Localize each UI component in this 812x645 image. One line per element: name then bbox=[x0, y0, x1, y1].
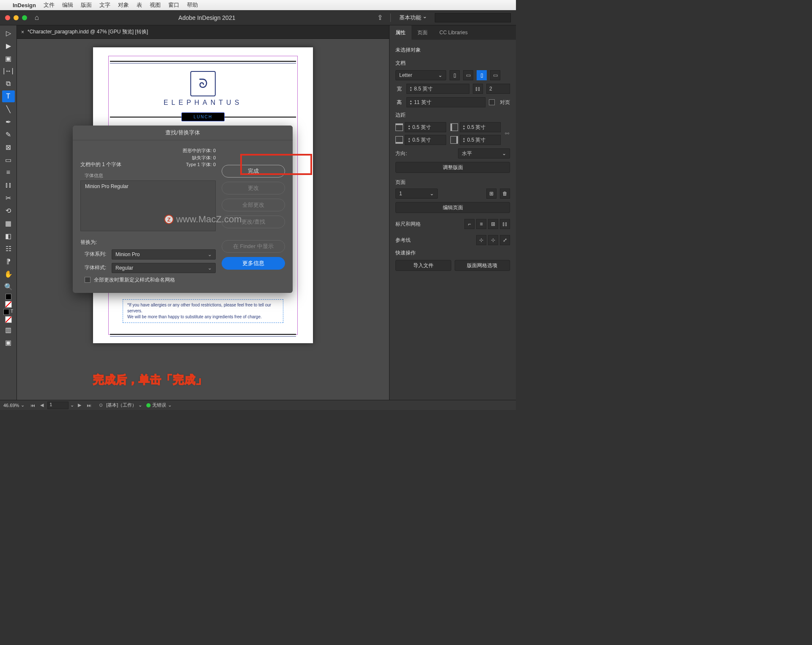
page-tool-icon[interactable]: ▣ bbox=[2, 52, 15, 64]
home-icon[interactable]: ⌂ bbox=[35, 14, 39, 22]
margin-right-input[interactable]: ▲▼0.5 英寸 bbox=[460, 135, 501, 145]
chevron-down-icon[interactable]: ⌄ bbox=[138, 402, 142, 408]
direct-selection-tool-icon[interactable]: ▶ bbox=[2, 40, 15, 52]
delete-page-icon[interactable]: 🗑 bbox=[500, 189, 510, 199]
change-button[interactable]: 更改 bbox=[222, 182, 285, 194]
menu-file[interactable]: 文件 bbox=[44, 1, 55, 9]
chevron-down-icon[interactable]: ⌄ bbox=[21, 402, 25, 408]
chevron-down-icon[interactable]: ⌄ bbox=[168, 402, 172, 408]
prev-page-icon[interactable]: ◀ bbox=[38, 402, 46, 409]
scissors-tool-icon[interactable]: ✂ bbox=[2, 192, 15, 204]
menu-edit[interactable]: 编辑 bbox=[62, 1, 73, 9]
apply-color-icon[interactable] bbox=[2, 316, 15, 323]
orientation-portrait-alt-icon[interactable]: ▯ bbox=[477, 70, 487, 80]
adjust-layout-button[interactable]: 调整版面 bbox=[395, 162, 510, 173]
view-mode-preview-icon[interactable]: ▣ bbox=[2, 336, 15, 348]
snap-guides-icon[interactable]: ⤢ bbox=[500, 235, 510, 245]
search-input[interactable] bbox=[435, 13, 511, 22]
change-all-button[interactable]: 全部更改 bbox=[222, 199, 285, 211]
margin-top-input[interactable]: ▲▼0.5 英寸 bbox=[405, 122, 446, 132]
menu-table[interactable]: 表 bbox=[137, 1, 142, 9]
rectangle-tool-icon[interactable]: ▭ bbox=[2, 154, 15, 166]
first-page-icon[interactable]: ⏮ bbox=[29, 402, 36, 409]
share-icon[interactable]: ⇪ bbox=[375, 14, 385, 22]
document-tab[interactable]: × *Character_paragraph.indd @ 47% [GPU 预… bbox=[21, 28, 148, 36]
orientation-landscape-icon[interactable]: ▭ bbox=[463, 70, 473, 80]
apply-none-icon[interactable] bbox=[2, 301, 15, 308]
import-file-button[interactable]: 导入文件 bbox=[395, 260, 451, 271]
close-tab-icon[interactable]: × bbox=[21, 29, 24, 35]
gap-tool-icon[interactable]: |↔| bbox=[2, 65, 15, 77]
columns-input[interactable]: 2 bbox=[486, 84, 510, 94]
tab-cc-libraries[interactable]: CC Libraries bbox=[433, 25, 474, 40]
pencil-tool-icon[interactable]: ✎ bbox=[2, 128, 15, 140]
pen-tool-icon[interactable]: ✒ bbox=[2, 116, 15, 128]
done-button[interactable]: 完成 bbox=[222, 165, 285, 178]
menu-help[interactable]: 帮助 bbox=[187, 1, 198, 9]
workspace-dropdown[interactable]: 基本功能 bbox=[396, 12, 430, 23]
menu-layout[interactable]: 版面 bbox=[81, 1, 92, 9]
close-window-icon[interactable] bbox=[5, 15, 10, 20]
more-info-button[interactable]: 更多信息 bbox=[222, 257, 285, 270]
width-input[interactable]: ▲▼8.5 英寸 bbox=[406, 84, 469, 94]
menu-object[interactable]: 对象 bbox=[118, 1, 129, 9]
preflight-status-label[interactable]: 无错误 bbox=[152, 402, 166, 408]
menu-window[interactable]: 窗口 bbox=[168, 1, 179, 9]
menu-type[interactable]: 文字 bbox=[99, 1, 110, 9]
minimize-window-icon[interactable] bbox=[14, 15, 19, 20]
eyedropper-tool-icon[interactable]: ⁋ bbox=[2, 255, 15, 267]
orientation-portrait-icon[interactable]: ▯ bbox=[450, 70, 460, 80]
tab-properties[interactable]: 属性 bbox=[390, 25, 411, 40]
ruler-icon[interactable]: ⌐ bbox=[464, 219, 475, 229]
canvas[interactable]: ᘐ ELEPHANTUS LUNCH *If you have allergie… bbox=[17, 39, 389, 400]
font-family-select[interactable]: Minion Pro⌄ bbox=[112, 249, 216, 260]
zoom-level[interactable]: 46.69% bbox=[3, 403, 19, 408]
tab-pages[interactable]: 页面 bbox=[411, 25, 433, 40]
change-find-button[interactable]: 更改/查找 bbox=[222, 216, 285, 228]
add-page-icon[interactable]: ⊞ bbox=[486, 189, 497, 199]
smart-guides-icon[interactable]: ⊹ bbox=[488, 235, 498, 245]
last-page-icon[interactable]: ⏭ bbox=[85, 402, 93, 409]
type-tool-icon[interactable]: T bbox=[2, 90, 15, 102]
gradient-feather-tool-icon[interactable]: ◧ bbox=[2, 230, 15, 242]
preflight-profile[interactable]: [基本]（工作） bbox=[106, 402, 137, 408]
font-style-select[interactable]: Regular⌄ bbox=[112, 263, 216, 273]
document-grid-icon[interactable]: ⊞ bbox=[488, 219, 498, 229]
margin-left-input[interactable]: ▲▼0.5 英寸 bbox=[460, 122, 501, 132]
app-menu[interactable]: InDesign bbox=[13, 2, 36, 8]
reveal-in-finder-button[interactable]: 在 Finder 中显示 bbox=[222, 240, 285, 253]
line-tool-icon[interactable]: ╲ bbox=[2, 103, 15, 115]
hand-tool-icon[interactable]: ✋ bbox=[2, 268, 15, 280]
note-tool-icon[interactable]: ☷ bbox=[2, 243, 15, 254]
content-collector-tool-icon[interactable]: ⧉ bbox=[2, 78, 15, 90]
link-margins-icon[interactable]: ⚯ bbox=[504, 131, 510, 137]
font-list-item[interactable]: Minion Pro Regular bbox=[85, 183, 211, 189]
menu-view[interactable]: 视图 bbox=[150, 1, 161, 9]
view-mode-normal-icon[interactable]: ▥ bbox=[2, 324, 15, 336]
layout-grid-options-button[interactable]: 版面网格选项 bbox=[455, 260, 510, 271]
fill-stroke-swatch[interactable] bbox=[2, 293, 15, 300]
zoom-window-icon[interactable] bbox=[22, 15, 27, 20]
chevron-down-icon[interactable]: ⌄ bbox=[70, 402, 74, 408]
preflight-menu-icon[interactable]: ⊙ bbox=[97, 402, 104, 409]
edit-pages-button[interactable]: 编辑页面 bbox=[395, 202, 510, 213]
redefine-styles-checkbox[interactable] bbox=[85, 277, 91, 283]
page-size-select[interactable]: Letter⌄ bbox=[395, 70, 446, 80]
page-number-select[interactable]: 1⌄ bbox=[395, 189, 438, 199]
vertical-grid-tool-icon[interactable]: ⫿⫿ bbox=[2, 179, 15, 191]
layout-grid-icon[interactable]: ⫿⫿ bbox=[500, 219, 510, 229]
facing-pages-checkbox[interactable] bbox=[489, 99, 495, 105]
font-list[interactable]: Minion Pro Regular bbox=[80, 180, 216, 231]
margin-bottom-input[interactable]: ▲▼0.5 英寸 bbox=[405, 135, 446, 145]
rectangle-frame-tool-icon[interactable]: ⊠ bbox=[2, 141, 15, 153]
show-guides-icon[interactable]: ⊹ bbox=[476, 235, 486, 245]
page-number-input[interactable]: 1 bbox=[47, 402, 69, 409]
baseline-grid-icon[interactable]: ≡ bbox=[476, 219, 486, 229]
formatting-container-icon[interactable]: T bbox=[2, 309, 15, 315]
orientation-landscape-alt-icon[interactable]: ▭ bbox=[490, 70, 500, 80]
orientation-select[interactable]: 水平⌄ bbox=[458, 148, 510, 159]
zoom-tool-icon[interactable]: 🔍 bbox=[2, 281, 15, 292]
next-page-icon[interactable]: ▶ bbox=[76, 402, 83, 409]
selection-tool-icon[interactable]: ▷ bbox=[2, 27, 15, 39]
free-transform-tool-icon[interactable]: ⟲ bbox=[2, 205, 15, 216]
